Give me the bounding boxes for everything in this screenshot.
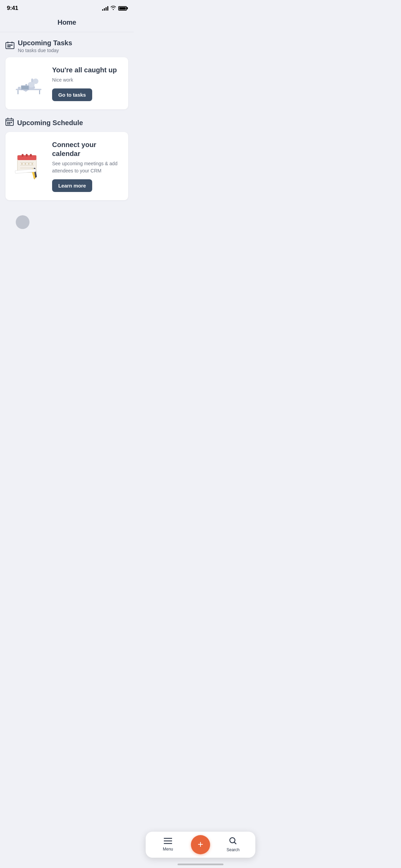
- wifi-icon: [110, 5, 116, 11]
- status-time: 9:41: [7, 5, 18, 12]
- schedule-card-content: Connect your calendar See upcoming meeti…: [52, 140, 121, 192]
- tasks-card-text: Nice work: [52, 76, 121, 84]
- schedule-card-text: See upcoming meetings & add attendees to…: [52, 160, 121, 174]
- main-content: Upcoming Tasks No tasks due today: [0, 32, 134, 243]
- learn-more-button[interactable]: Learn more: [52, 179, 92, 192]
- decorative-dot: [16, 215, 29, 229]
- tasks-card-content: You're all caught up Nice work Go to tas…: [52, 65, 121, 101]
- schedule-title: Upcoming Schedule: [17, 119, 83, 127]
- svg-point-22: [22, 154, 24, 157]
- schedule-card: Connect your calendar See upcoming meeti…: [5, 132, 128, 200]
- schedule-icon: [5, 118, 14, 128]
- svg-point-10: [33, 79, 38, 84]
- tasks-section-header: Upcoming Tasks No tasks due today: [5, 39, 128, 53]
- signal-icon: [102, 6, 108, 11]
- page-title: Home: [0, 19, 134, 26]
- tasks-icon: [5, 41, 14, 51]
- status-bar: 9:41: [0, 0, 134, 14]
- svg-rect-15: [7, 122, 9, 123]
- svg-point-24: [30, 154, 32, 157]
- svg-rect-1: [7, 45, 13, 46]
- schedule-card-title: Connect your calendar: [52, 140, 121, 158]
- svg-point-31: [32, 163, 33, 165]
- svg-rect-4: [17, 90, 19, 94]
- tasks-header-text: Upcoming Tasks No tasks due today: [18, 39, 72, 53]
- svg-point-13: [18, 87, 21, 89]
- svg-rect-17: [11, 122, 12, 123]
- tasks-card: You're all caught up Nice work Go to tas…: [5, 57, 128, 109]
- schedule-illustration: [12, 150, 47, 182]
- tasks-subtitle: No tasks due today: [18, 48, 72, 53]
- upcoming-tasks-section: Upcoming Tasks No tasks due today: [5, 39, 128, 109]
- svg-point-28: [21, 163, 23, 165]
- svg-rect-18: [7, 123, 9, 124]
- tasks-illustration: [12, 69, 47, 98]
- go-to-tasks-button[interactable]: Go to tasks: [52, 88, 92, 101]
- schedule-section-header: Upcoming Schedule: [5, 118, 128, 128]
- svg-point-23: [26, 154, 28, 157]
- battery-icon: [118, 6, 127, 11]
- svg-rect-2: [7, 46, 11, 47]
- tasks-title: Upcoming Tasks: [18, 39, 72, 47]
- svg-rect-16: [9, 122, 10, 123]
- status-icons: [102, 5, 127, 11]
- tasks-card-title: You're all caught up: [52, 65, 121, 74]
- page-header: Home: [0, 14, 134, 32]
- svg-rect-19: [9, 123, 10, 124]
- svg-rect-5: [39, 90, 40, 94]
- upcoming-schedule-section: Upcoming Schedule: [5, 118, 128, 200]
- svg-rect-12: [22, 86, 28, 89]
- svg-point-29: [25, 163, 26, 165]
- svg-point-30: [28, 163, 29, 165]
